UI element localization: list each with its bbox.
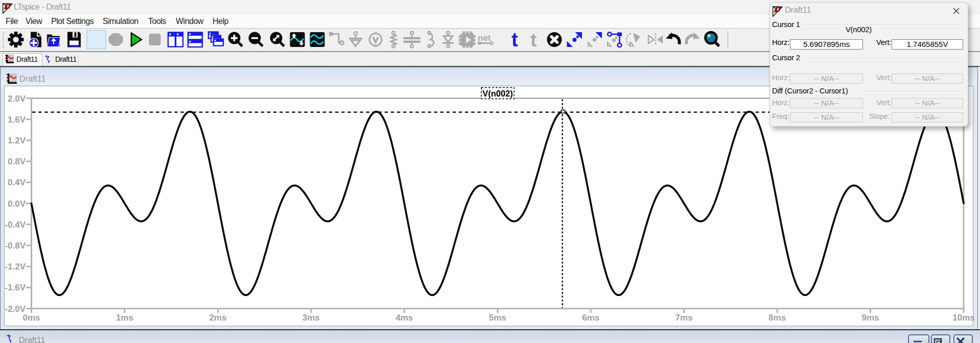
svg-text:0.8V: 0.8V (8, 157, 26, 166)
svg-text:6ms: 6ms (582, 313, 599, 323)
svg-text:10ms: 10ms (952, 313, 974, 323)
svg-text:7ms: 7ms (675, 313, 693, 323)
svg-text:net: net (478, 33, 491, 43)
svg-text:V(n002): V(n002) (482, 89, 513, 98)
svg-text:-1.2V: -1.2V (5, 262, 26, 272)
svg-text:-0.4V: -0.4V (5, 220, 26, 230)
svg-text:t: t (530, 30, 536, 51)
svg-text:8ms: 8ms (768, 313, 786, 323)
svg-text:-1.6V: -1.6V (5, 283, 26, 292)
svg-text:1.6V: 1.6V (8, 115, 26, 125)
svg-text:t: t (511, 29, 518, 51)
svg-text:-2.0V: -2.0V (5, 304, 26, 314)
svg-text:0.4V: 0.4V (8, 178, 26, 187)
svg-text:4ms: 4ms (395, 313, 413, 323)
svg-text:1.2V: 1.2V (8, 136, 26, 145)
svg-text:0.0V: 0.0V (8, 199, 26, 209)
svg-text:5ms: 5ms (489, 313, 506, 323)
svg-text:3ms: 3ms (302, 313, 320, 323)
svg-text:1ms: 1ms (116, 313, 133, 323)
svg-text:-0.8V: -0.8V (5, 241, 26, 251)
svg-text:0ms: 0ms (22, 313, 40, 323)
svg-text:9ms: 9ms (861, 313, 879, 323)
svg-text:2.0V: 2.0V (8, 94, 26, 104)
svg-text:2ms: 2ms (209, 313, 226, 323)
